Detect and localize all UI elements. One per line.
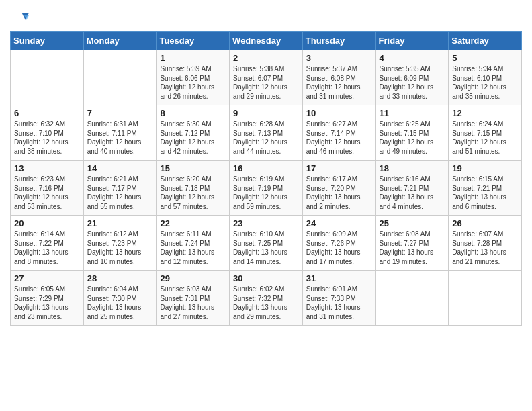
- weekday-header-row: SundayMondayTuesdayWednesdayThursdayFrid…: [11, 32, 522, 50]
- day-info: Sunrise: 6:10 AM Sunset: 7:25 PM Dayligh…: [233, 230, 299, 266]
- calendar-cell: 14Sunrise: 6:21 AM Sunset: 7:17 PM Dayli…: [83, 161, 157, 216]
- logo: [10, 9, 32, 28]
- calendar-cell: 5Sunrise: 5:34 AM Sunset: 6:10 PM Daylig…: [449, 50, 522, 105]
- calendar-cell: 2Sunrise: 5:38 AM Sunset: 6:07 PM Daylig…: [230, 50, 303, 105]
- day-info: Sunrise: 5:34 AM Sunset: 6:10 PM Dayligh…: [452, 64, 518, 101]
- calendar-cell: 6Sunrise: 6:32 AM Sunset: 7:10 PM Daylig…: [11, 105, 84, 161]
- calendar-cell: 31Sunrise: 6:01 AM Sunset: 7:33 PM Dayli…: [302, 271, 375, 326]
- calendar-cell: [83, 50, 157, 105]
- calendar-cell: 26Sunrise: 6:07 AM Sunset: 7:28 PM Dayli…: [449, 216, 522, 271]
- day-info: Sunrise: 6:32 AM Sunset: 7:10 PM Dayligh…: [14, 120, 80, 156]
- day-number: 9: [233, 108, 299, 118]
- day-info: Sunrise: 6:04 AM Sunset: 7:30 PM Dayligh…: [87, 285, 153, 321]
- day-info: Sunrise: 6:19 AM Sunset: 7:19 PM Dayligh…: [233, 175, 299, 211]
- day-info: Sunrise: 6:01 AM Sunset: 7:33 PM Dayligh…: [306, 285, 372, 321]
- day-info: Sunrise: 6:12 AM Sunset: 7:23 PM Dayligh…: [87, 230, 153, 266]
- day-number: 17: [306, 163, 372, 173]
- day-info: Sunrise: 5:38 AM Sunset: 6:07 PM Dayligh…: [233, 64, 299, 101]
- weekday-header-thursday: Thursday: [302, 32, 375, 50]
- day-number: 16: [233, 163, 299, 173]
- calendar-cell: [375, 271, 449, 326]
- weekday-header-sunday: Sunday: [11, 32, 84, 50]
- calendar-cell: 28Sunrise: 6:04 AM Sunset: 7:30 PM Dayli…: [83, 271, 157, 326]
- calendar-cell: 10Sunrise: 6:27 AM Sunset: 7:14 PM Dayli…: [302, 105, 375, 161]
- calendar-cell: 29Sunrise: 6:03 AM Sunset: 7:31 PM Dayli…: [157, 271, 230, 326]
- calendar-cell: 18Sunrise: 6:16 AM Sunset: 7:21 PM Dayli…: [375, 161, 449, 216]
- day-number: 11: [380, 108, 445, 118]
- calendar-week-row: 1Sunrise: 5:39 AM Sunset: 6:06 PM Daylig…: [11, 50, 522, 105]
- calendar-cell: 7Sunrise: 6:31 AM Sunset: 7:11 PM Daylig…: [83, 105, 157, 161]
- weekday-header-saturday: Saturday: [449, 32, 522, 50]
- day-info: Sunrise: 6:17 AM Sunset: 7:20 PM Dayligh…: [306, 175, 372, 211]
- day-number: 5: [452, 53, 518, 63]
- day-info: Sunrise: 6:02 AM Sunset: 7:32 PM Dayligh…: [233, 285, 299, 321]
- day-number: 25: [380, 218, 445, 228]
- day-number: 24: [306, 218, 372, 228]
- day-info: Sunrise: 6:24 AM Sunset: 7:15 PM Dayligh…: [452, 120, 518, 156]
- day-info: Sunrise: 6:25 AM Sunset: 7:15 PM Dayligh…: [380, 120, 445, 156]
- day-number: 18: [380, 163, 445, 173]
- day-info: Sunrise: 6:30 AM Sunset: 7:12 PM Dayligh…: [160, 120, 226, 156]
- day-number: 13: [14, 163, 80, 173]
- calendar-cell: 13Sunrise: 6:23 AM Sunset: 7:16 PM Dayli…: [11, 161, 84, 216]
- day-number: 6: [14, 108, 80, 118]
- calendar-cell: 30Sunrise: 6:02 AM Sunset: 7:32 PM Dayli…: [230, 271, 303, 326]
- calendar-week-row: 27Sunrise: 6:05 AM Sunset: 7:29 PM Dayli…: [11, 271, 522, 326]
- day-number: 7: [87, 108, 153, 118]
- weekday-header-friday: Friday: [375, 32, 449, 50]
- day-number: 3: [306, 53, 372, 63]
- calendar-cell: 22Sunrise: 6:11 AM Sunset: 7:24 PM Dayli…: [157, 216, 230, 271]
- day-number: 30: [233, 273, 299, 283]
- day-info: Sunrise: 5:37 AM Sunset: 6:08 PM Dayligh…: [306, 64, 372, 101]
- calendar-cell: 19Sunrise: 6:15 AM Sunset: 7:21 PM Dayli…: [449, 161, 522, 216]
- calendar-cell: 23Sunrise: 6:10 AM Sunset: 7:25 PM Dayli…: [230, 216, 303, 271]
- day-info: Sunrise: 5:39 AM Sunset: 6:06 PM Dayligh…: [160, 64, 226, 101]
- calendar-cell: [449, 271, 522, 326]
- day-number: 10: [306, 108, 372, 118]
- calendar-cell: 16Sunrise: 6:19 AM Sunset: 7:19 PM Dayli…: [230, 161, 303, 216]
- day-info: Sunrise: 6:11 AM Sunset: 7:24 PM Dayligh…: [160, 230, 226, 266]
- day-number: 23: [233, 218, 299, 228]
- header: [10, 7, 522, 28]
- day-number: 22: [160, 218, 226, 228]
- day-number: 8: [160, 108, 226, 118]
- day-number: 29: [160, 273, 226, 283]
- day-info: Sunrise: 6:08 AM Sunset: 7:27 PM Dayligh…: [380, 230, 445, 266]
- calendar-cell: 15Sunrise: 6:20 AM Sunset: 7:18 PM Dayli…: [157, 161, 230, 216]
- day-info: Sunrise: 6:05 AM Sunset: 7:29 PM Dayligh…: [14, 285, 80, 321]
- calendar-cell: 25Sunrise: 6:08 AM Sunset: 7:27 PM Dayli…: [375, 216, 449, 271]
- day-info: Sunrise: 5:35 AM Sunset: 6:09 PM Dayligh…: [380, 64, 445, 101]
- day-info: Sunrise: 6:21 AM Sunset: 7:17 PM Dayligh…: [87, 175, 153, 211]
- calendar-cell: 3Sunrise: 5:37 AM Sunset: 6:08 PM Daylig…: [302, 50, 375, 105]
- day-number: 1: [160, 53, 226, 63]
- calendar-cell: 1Sunrise: 5:39 AM Sunset: 6:06 PM Daylig…: [157, 50, 230, 105]
- day-number: 27: [14, 273, 80, 283]
- calendar-cell: 27Sunrise: 6:05 AM Sunset: 7:29 PM Dayli…: [11, 271, 84, 326]
- day-number: 21: [87, 218, 153, 228]
- weekday-header-wednesday: Wednesday: [230, 32, 303, 50]
- calendar-cell: 9Sunrise: 6:28 AM Sunset: 7:13 PM Daylig…: [230, 105, 303, 161]
- calendar-week-row: 6Sunrise: 6:32 AM Sunset: 7:10 PM Daylig…: [11, 105, 522, 161]
- day-info: Sunrise: 6:31 AM Sunset: 7:11 PM Dayligh…: [87, 120, 153, 156]
- day-number: 26: [452, 218, 518, 228]
- day-info: Sunrise: 6:27 AM Sunset: 7:14 PM Dayligh…: [306, 120, 372, 156]
- day-info: Sunrise: 6:23 AM Sunset: 7:16 PM Dayligh…: [14, 175, 80, 211]
- day-number: 31: [306, 273, 372, 283]
- page: SundayMondayTuesdayWednesdayThursdayFrid…: [0, 0, 532, 332]
- calendar-body: 1Sunrise: 5:39 AM Sunset: 6:06 PM Daylig…: [11, 50, 522, 326]
- calendar-cell: 4Sunrise: 5:35 AM Sunset: 6:09 PM Daylig…: [375, 50, 449, 105]
- day-info: Sunrise: 6:16 AM Sunset: 7:21 PM Dayligh…: [380, 175, 445, 211]
- day-info: Sunrise: 6:15 AM Sunset: 7:21 PM Dayligh…: [452, 175, 518, 211]
- calendar-table: SundayMondayTuesdayWednesdayThursdayFrid…: [10, 31, 522, 326]
- weekday-header-tuesday: Tuesday: [157, 32, 230, 50]
- day-info: Sunrise: 6:03 AM Sunset: 7:31 PM Dayligh…: [160, 285, 226, 321]
- calendar-cell: 8Sunrise: 6:30 AM Sunset: 7:12 PM Daylig…: [157, 105, 230, 161]
- day-info: Sunrise: 6:09 AM Sunset: 7:26 PM Dayligh…: [306, 230, 372, 266]
- day-info: Sunrise: 6:20 AM Sunset: 7:18 PM Dayligh…: [160, 175, 226, 211]
- calendar-header: SundayMondayTuesdayWednesdayThursdayFrid…: [11, 32, 522, 50]
- logo-icon: [10, 9, 29, 28]
- calendar-cell: 24Sunrise: 6:09 AM Sunset: 7:26 PM Dayli…: [302, 216, 375, 271]
- calendar-week-row: 20Sunrise: 6:14 AM Sunset: 7:22 PM Dayli…: [11, 216, 522, 271]
- day-info: Sunrise: 6:14 AM Sunset: 7:22 PM Dayligh…: [14, 230, 80, 266]
- day-number: 28: [87, 273, 153, 283]
